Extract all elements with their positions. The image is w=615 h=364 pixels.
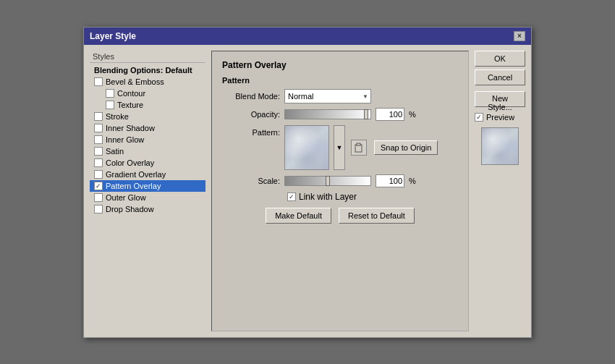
scale-input[interactable] bbox=[376, 174, 404, 187]
blend-mode-select[interactable]: Normal Dissolve Multiply Screen Overlay bbox=[284, 89, 371, 103]
title-bar: Layer Style × bbox=[84, 27, 531, 45]
contour-checkbox[interactable] bbox=[106, 89, 114, 98]
inner-glow-checkbox[interactable] bbox=[94, 135, 103, 144]
preview-label-text: Preview bbox=[486, 113, 514, 122]
cancel-button[interactable]: Cancel bbox=[475, 69, 525, 85]
pattern-clipboard-button[interactable] bbox=[351, 140, 367, 156]
pattern-preview-inner bbox=[285, 126, 328, 169]
scale-unit: % bbox=[409, 177, 416, 185]
make-default-button[interactable]: Make Default bbox=[266, 208, 331, 224]
stroke-checkbox[interactable] bbox=[94, 112, 103, 121]
texture-checkbox[interactable] bbox=[106, 101, 114, 109]
bottom-buttons: Make Default Reset to Default bbox=[222, 208, 458, 224]
drop-shadow-checkbox[interactable] bbox=[94, 205, 103, 213]
sidebar-item-bevel-emboss[interactable]: Bevel & Emboss bbox=[90, 76, 205, 88]
clipboard-icon bbox=[354, 143, 364, 153]
scale-slider[interactable] bbox=[284, 176, 371, 186]
link-with-layer-checkbox[interactable] bbox=[287, 192, 296, 201]
layer-style-dialog: Layer Style × Styles Blending Options: D… bbox=[83, 27, 532, 338]
stroke-label: Stroke bbox=[106, 112, 129, 121]
sidebar-item-outer-glow[interactable]: Outer Glow bbox=[90, 192, 205, 203]
dialog-body: Styles Blending Options: Default Bevel &… bbox=[84, 45, 531, 337]
sidebar-item-blending-options[interactable]: Blending Options: Default bbox=[90, 64, 205, 76]
new-style-button[interactable]: New Style... bbox=[475, 91, 525, 107]
opacity-slider-thumb bbox=[364, 109, 368, 119]
color-overlay-label: Color Overlay bbox=[106, 158, 154, 167]
section-title: Pattern Overlay bbox=[222, 60, 458, 70]
subsection-title: Pattern bbox=[222, 76, 458, 85]
texture-label: Texture bbox=[117, 101, 143, 109]
sidebar-item-pattern-overlay[interactable]: Pattern Overlay bbox=[90, 180, 205, 192]
main-panel: Pattern Overlay Pattern Blend Mode: Norm… bbox=[211, 51, 469, 331]
drop-shadow-label: Drop Shadow bbox=[106, 205, 154, 213]
opacity-row: Opacity: % bbox=[222, 108, 458, 121]
opacity-input[interactable] bbox=[376, 108, 404, 121]
outer-glow-checkbox[interactable] bbox=[94, 193, 103, 202]
sidebar-item-color-overlay[interactable]: Color Overlay bbox=[90, 157, 205, 169]
sidebar-item-texture[interactable]: Texture bbox=[90, 99, 205, 111]
snap-to-origin-button[interactable]: Snap to Origin bbox=[374, 140, 438, 155]
sidebar-item-satin[interactable]: Satin bbox=[90, 145, 205, 157]
gradient-overlay-label: Gradient Overlay bbox=[106, 170, 166, 179]
blend-mode-row: Blend Mode: Normal Dissolve Multiply Scr… bbox=[222, 89, 458, 103]
preview-row: Preview bbox=[475, 113, 525, 122]
scale-label: Scale: bbox=[222, 177, 280, 185]
close-button[interactable]: × bbox=[514, 31, 525, 41]
satin-checkbox[interactable] bbox=[94, 147, 103, 156]
inner-glow-label: Inner Glow bbox=[106, 135, 144, 144]
inner-shadow-label: Inner Shadow bbox=[106, 124, 155, 132]
sidebar-item-contour[interactable]: Contour bbox=[90, 88, 205, 99]
content-area: Pattern Overlay Pattern Blend Mode: Norm… bbox=[211, 51, 469, 331]
contour-label: Contour bbox=[117, 89, 145, 98]
inner-shadow-checkbox[interactable] bbox=[94, 124, 103, 132]
link-with-layer-row: Link with Layer bbox=[287, 192, 458, 202]
satin-label: Satin bbox=[106, 147, 124, 156]
sidebar-item-drop-shadow[interactable]: Drop Shadow bbox=[90, 203, 205, 215]
preview-thumbnail bbox=[481, 127, 519, 165]
pattern-overlay-label: Pattern Overlay bbox=[106, 182, 161, 190]
opacity-slider[interactable] bbox=[284, 109, 371, 119]
dialog-title: Layer Style bbox=[90, 31, 136, 41]
preview-checkbox[interactable] bbox=[475, 113, 483, 122]
ok-button[interactable]: OK bbox=[475, 51, 525, 67]
scale-row: Scale: % bbox=[222, 174, 458, 187]
pattern-label: Pattern: bbox=[222, 128, 280, 137]
svg-rect-1 bbox=[357, 143, 360, 145]
right-panel: OK Cancel New Style... Preview bbox=[475, 51, 525, 331]
opacity-unit: % bbox=[409, 110, 416, 119]
pattern-row: Pattern: ▼ Snap to Origin bbox=[222, 125, 458, 170]
pattern-preview-swatch[interactable] bbox=[284, 125, 329, 170]
scale-slider-thumb bbox=[326, 176, 330, 186]
pattern-dropdown-button[interactable]: ▼ bbox=[334, 125, 345, 170]
bevel-emboss-label: Bevel & Emboss bbox=[106, 77, 164, 86]
blending-options-label: Blending Options: Default bbox=[94, 66, 192, 75]
blend-mode-select-wrap: Normal Dissolve Multiply Screen Overlay bbox=[284, 89, 371, 103]
sidebar-item-gradient-overlay[interactable]: Gradient Overlay bbox=[90, 169, 205, 180]
sidebar-item-inner-shadow[interactable]: Inner Shadow bbox=[90, 122, 205, 134]
sidebar-item-stroke[interactable]: Stroke bbox=[90, 111, 205, 122]
reset-to-default-button[interactable]: Reset to Default bbox=[339, 208, 415, 224]
styles-label: Styles bbox=[90, 51, 205, 63]
blend-mode-label: Blend Mode: bbox=[222, 92, 280, 101]
left-panel: Styles Blending Options: Default Bevel &… bbox=[90, 51, 205, 331]
gradient-overlay-checkbox[interactable] bbox=[94, 170, 103, 179]
link-with-layer-label: Link with Layer bbox=[299, 192, 357, 202]
outer-glow-label: Outer Glow bbox=[106, 193, 146, 202]
opacity-label: Opacity: bbox=[222, 110, 280, 119]
color-overlay-checkbox[interactable] bbox=[94, 158, 103, 167]
bevel-emboss-checkbox[interactable] bbox=[94, 77, 103, 86]
sidebar-item-inner-glow[interactable]: Inner Glow bbox=[90, 134, 205, 145]
pattern-overlay-checkbox[interactable] bbox=[94, 182, 103, 190]
